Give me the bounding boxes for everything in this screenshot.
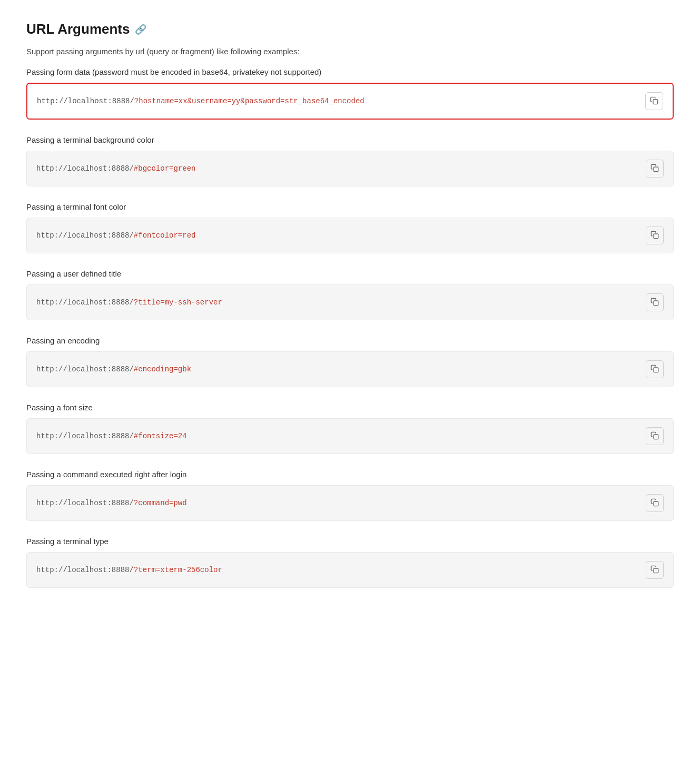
url-separator: ? bbox=[134, 97, 139, 105]
copy-icon bbox=[650, 164, 659, 174]
url-box-encoding: http://localhost:8888/#encoding=gbk bbox=[26, 351, 674, 387]
copy-button-bg-color[interactable] bbox=[646, 160, 664, 178]
section-label-title: Passing a user defined title bbox=[26, 269, 674, 278]
section-label-font-color: Passing a terminal font color bbox=[26, 202, 674, 211]
copy-button-terminal-type[interactable] bbox=[646, 561, 664, 579]
url-base: http://localhost:8888/ bbox=[36, 298, 134, 307]
section-bg-color: Passing a terminal background colorhttp:… bbox=[26, 135, 674, 186]
url-base: http://localhost:8888/ bbox=[36, 365, 134, 373]
url-param: term=xterm-256color bbox=[138, 566, 222, 574]
section-label-bg-color: Passing a terminal background color bbox=[26, 135, 674, 144]
section-command: Passing a command executed right after l… bbox=[26, 470, 674, 521]
section-encoding: Passing an encodinghttp://localhost:8888… bbox=[26, 336, 674, 387]
section-label-command: Passing a command executed right after l… bbox=[26, 470, 674, 479]
url-text-bg-color: http://localhost:8888/#bgcolor=green bbox=[36, 164, 195, 173]
url-text-font-color: http://localhost:8888/#fontcolor=red bbox=[36, 231, 195, 240]
section-form-data: Passing form data (password must be enco… bbox=[26, 67, 674, 120]
url-text-encoding: http://localhost:8888/#encoding=gbk bbox=[36, 365, 191, 373]
url-separator: # bbox=[134, 231, 138, 240]
url-separator: ? bbox=[134, 566, 138, 574]
copy-icon bbox=[650, 498, 659, 508]
svg-rect-2 bbox=[654, 234, 658, 239]
section-label-terminal-type: Passing a terminal type bbox=[26, 537, 674, 546]
page-title: URL Arguments bbox=[26, 21, 130, 37]
url-box-command: http://localhost:8888/?command=pwd bbox=[26, 485, 674, 521]
link-icon[interactable]: 🔗 bbox=[135, 24, 146, 35]
url-box-font-size: http://localhost:8888/#fontsize=24 bbox=[26, 418, 674, 454]
sections-container: Passing form data (password must be enco… bbox=[26, 67, 674, 588]
url-param: bgcolor=green bbox=[138, 164, 195, 173]
url-param: hostname=xx&username=yy&password=str_bas… bbox=[139, 97, 364, 105]
section-label-font-size: Passing a font size bbox=[26, 403, 674, 412]
copy-button-font-size[interactable] bbox=[646, 427, 664, 445]
svg-rect-4 bbox=[654, 368, 658, 372]
url-box-title: http://localhost:8888/?title=my-ssh-serv… bbox=[26, 284, 674, 320]
page-header: URL Arguments 🔗 bbox=[26, 21, 674, 37]
url-text-font-size: http://localhost:8888/#fontsize=24 bbox=[36, 432, 187, 440]
url-box-terminal-type: http://localhost:8888/?term=xterm-256col… bbox=[26, 552, 674, 588]
url-param: fontcolor=red bbox=[138, 231, 195, 240]
copy-icon bbox=[650, 365, 659, 375]
copy-button-form-data[interactable] bbox=[645, 92, 663, 110]
url-base: http://localhost:8888/ bbox=[36, 231, 134, 240]
copy-button-font-color[interactable] bbox=[646, 227, 664, 244]
url-separator: ? bbox=[134, 499, 138, 507]
copy-button-title[interactable] bbox=[646, 293, 664, 311]
svg-rect-5 bbox=[654, 435, 658, 439]
svg-rect-6 bbox=[654, 501, 658, 506]
url-base: http://localhost:8888/ bbox=[36, 566, 134, 574]
copy-icon bbox=[650, 96, 658, 106]
url-base: http://localhost:8888/ bbox=[36, 164, 134, 173]
section-label-form-data: Passing form data (password must be enco… bbox=[26, 67, 674, 76]
copy-icon bbox=[650, 231, 659, 241]
url-base: http://localhost:8888/ bbox=[36, 499, 134, 507]
section-terminal-type: Passing a terminal typehttp://localhost:… bbox=[26, 537, 674, 588]
section-font-size: Passing a font sizehttp://localhost:8888… bbox=[26, 403, 674, 454]
url-text-terminal-type: http://localhost:8888/?term=xterm-256col… bbox=[36, 566, 222, 574]
svg-rect-3 bbox=[654, 301, 658, 306]
svg-rect-7 bbox=[654, 568, 658, 573]
section-font-color: Passing a terminal font colorhttp://loca… bbox=[26, 202, 674, 253]
svg-rect-0 bbox=[653, 100, 658, 104]
intro-text: Support passing arguments by url (query … bbox=[26, 47, 674, 56]
url-separator: # bbox=[134, 365, 138, 373]
url-text-command: http://localhost:8888/?command=pwd bbox=[36, 499, 187, 507]
url-box-form-data: http://localhost:8888/?hostname=xx&usern… bbox=[26, 83, 674, 120]
copy-icon bbox=[650, 298, 659, 308]
section-title: Passing a user defined titlehttp://local… bbox=[26, 269, 674, 320]
copy-button-command[interactable] bbox=[646, 494, 664, 512]
url-param: encoding=gbk bbox=[138, 365, 191, 373]
copy-icon bbox=[650, 565, 659, 575]
url-param: fontsize=24 bbox=[138, 432, 186, 440]
url-text-title: http://localhost:8888/?title=my-ssh-serv… bbox=[36, 298, 222, 307]
url-separator: # bbox=[134, 164, 138, 173]
url-base: http://localhost:8888/ bbox=[37, 97, 134, 105]
url-box-font-color: http://localhost:8888/#fontcolor=red bbox=[26, 218, 674, 253]
url-base: http://localhost:8888/ bbox=[36, 432, 134, 440]
url-box-bg-color: http://localhost:8888/#bgcolor=green bbox=[26, 151, 674, 186]
url-separator: # bbox=[134, 432, 138, 440]
svg-rect-1 bbox=[654, 167, 658, 172]
copy-button-encoding[interactable] bbox=[646, 360, 664, 378]
url-separator: ? bbox=[134, 298, 138, 307]
copy-icon bbox=[650, 431, 659, 441]
url-text-form-data: http://localhost:8888/?hostname=xx&usern… bbox=[37, 97, 364, 105]
url-param: command=pwd bbox=[138, 499, 186, 507]
section-label-encoding: Passing an encoding bbox=[26, 336, 674, 345]
url-param: title=my-ssh-server bbox=[138, 298, 222, 307]
